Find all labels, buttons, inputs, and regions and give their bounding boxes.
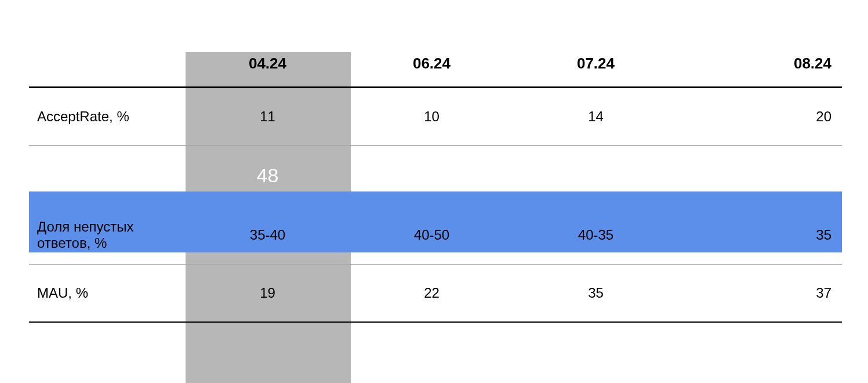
cell: 55	[350, 145, 514, 206]
cell: 40-35	[514, 206, 678, 264]
cell: 35-40	[186, 206, 350, 264]
table-row: MAU, % 19 22 35 37	[29, 264, 842, 322]
col-header: 08.24	[678, 35, 842, 87]
col-header: 04.24	[186, 35, 350, 87]
table-header-row: 04.24 06.24 07.24 08.24	[29, 35, 842, 87]
row-label: MAU, %	[29, 264, 186, 322]
cell: 14	[514, 87, 678, 145]
cell: 35	[678, 206, 842, 264]
table-row: Доля непустых ответов, % 35-40 40-50 40-…	[29, 206, 842, 264]
col-header: 06.24	[350, 35, 514, 87]
row-label: Retention, %	[29, 145, 186, 206]
metrics-table: 04.24 06.24 07.24 08.24 AcceptRate, % 11…	[29, 35, 842, 323]
cell: 11	[186, 87, 350, 145]
header-empty	[29, 35, 186, 87]
cell: 35	[514, 264, 678, 322]
cell: 57	[514, 145, 678, 206]
cell: 40-50	[350, 206, 514, 264]
table-row: AcceptRate, % 11 10 14 20	[29, 87, 842, 145]
col-header: 07.24	[514, 35, 678, 87]
cell: 10	[350, 87, 514, 145]
cell: 20	[678, 87, 842, 145]
row-label: AcceptRate, %	[29, 87, 186, 145]
cell: 22	[350, 264, 514, 322]
cell: *	[678, 145, 842, 206]
row-label: Доля непустых ответов, %	[29, 206, 186, 264]
cell: 19	[186, 264, 350, 322]
table-row-highlight: Retention, % 48 55 57 *	[29, 145, 842, 206]
cell: 48	[186, 145, 350, 206]
cell: 37	[678, 264, 842, 322]
